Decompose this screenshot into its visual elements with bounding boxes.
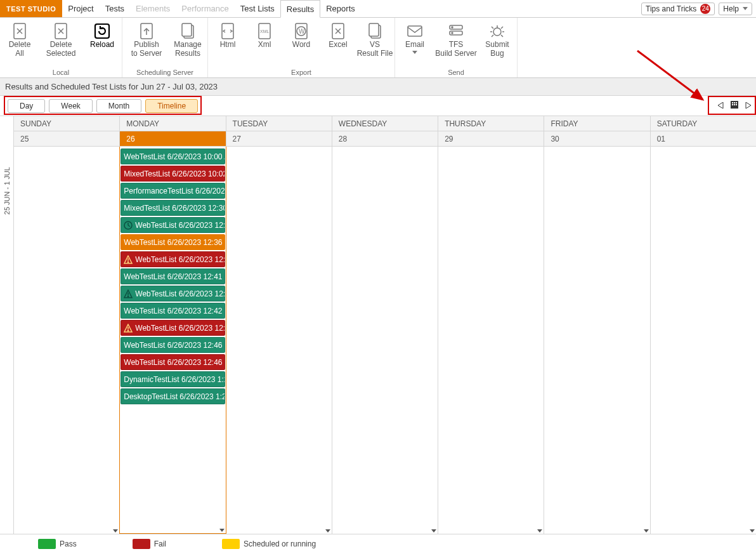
nav-prev-button[interactable] <box>718 102 724 110</box>
chevron-down-icon <box>743 7 748 10</box>
results-subheader: Results and Scheduled Test Lists for Jun… <box>0 78 756 96</box>
day-num-30[interactable]: 30 <box>544 131 649 147</box>
ribbon-btn-word[interactable]: WWord <box>283 20 320 51</box>
svg-marker-35 <box>718 102 723 109</box>
ribbon-btn-delete-all[interactable]: DeleteAll <box>1 20 38 60</box>
chevron-down-icon[interactable] <box>325 529 330 533</box>
tips-button[interactable]: Tips and Tricks 24 <box>641 3 715 15</box>
view-mode-day[interactable]: Day <box>8 99 45 113</box>
calendar-event[interactable]: WebTestList 6/26/2023 12:42 PM <box>121 286 225 301</box>
chevron-down-icon[interactable] <box>644 529 649 533</box>
menu-tab-reports[interactable]: Reports <box>320 0 361 17</box>
ribbon-btn-submit-bug[interactable]: SubmitBug <box>479 20 516 60</box>
nav-calendar-button[interactable] <box>731 101 738 110</box>
calendar-event[interactable]: WebTestList 6/26/2023 12:41 PM <box>121 268 225 284</box>
mail-icon <box>396 22 433 41</box>
menu-tab-project[interactable]: Project <box>62 0 99 17</box>
ribbon-group-scheduling-server: Publishto ServerManageResultsScheduling … <box>122 18 208 77</box>
calendar-event[interactable]: WebTestList 6/26/2023 12:46 PM <box>121 337 225 353</box>
day-header-sunday: SUNDAY <box>14 116 119 131</box>
help-button[interactable]: Help <box>719 3 752 15</box>
ribbon-btn-tfs-build-server[interactable]: TFSBuild Server <box>433 20 479 60</box>
ribbon-btn-email[interactable]: Email <box>396 20 433 55</box>
svg-rect-42 <box>736 104 737 105</box>
warn-icon <box>124 255 133 264</box>
day-cell-27[interactable] <box>226 147 332 534</box>
reload-icon <box>84 22 121 41</box>
nav-next-button[interactable] <box>745 102 751 110</box>
menu-tab-test-lists[interactable]: Test Lists <box>235 0 280 17</box>
day-num-27[interactable]: 27 <box>226 131 332 147</box>
legend-fail-swatch <box>133 539 150 549</box>
view-mode-week[interactable]: Week <box>49 99 92 113</box>
results-subheader-text: Results and Scheduled Test Lists for Jun… <box>5 82 218 91</box>
legend-sched-swatch <box>222 539 240 549</box>
day-num-25[interactable]: 25 <box>14 131 119 147</box>
chevron-down-icon[interactable] <box>113 529 118 533</box>
chevron-down-icon[interactable] <box>750 529 755 533</box>
ribbon-group-local: DeleteAllDeleteSelectedReloadLocal <box>0 18 122 77</box>
legend-pass-swatch <box>38 539 56 549</box>
svg-point-25 <box>452 27 453 28</box>
x-file-icon <box>1 22 38 41</box>
calendar-event[interactable]: MixedTestList 6/26/2023 10:02 AM <box>121 166 225 182</box>
calendar-event[interactable]: PerformanceTestList 6/26/2023 10:05 AM <box>121 183 225 199</box>
ribbon-btn-reload[interactable]: Reload <box>84 20 121 51</box>
svg-point-51 <box>128 261 129 262</box>
day-num-29[interactable]: 29 <box>438 131 544 147</box>
calendar-event[interactable]: WebTestList 6/26/2023 12:33 PM <box>121 217 225 233</box>
calendar-event[interactable]: DesktopTestList 6/26/2023 1:24 PM <box>121 388 225 404</box>
ribbon-btn-vs-result-file[interactable]: VSResult File <box>356 20 393 60</box>
calendar-event[interactable]: WebTestList 6/26/2023 12:46 PM <box>121 354 225 370</box>
day-header-friday: FRIDAY <box>544 116 649 131</box>
menu-tab-performance: Performance <box>176 0 234 17</box>
day-num-28[interactable]: 28 <box>332 131 438 147</box>
warn-icon <box>124 289 133 298</box>
day-cell-01[interactable] <box>650 147 756 534</box>
xml-file-icon: XML <box>246 22 283 41</box>
chevron-down-icon[interactable] <box>219 529 225 532</box>
day-cell-28[interactable] <box>332 147 438 534</box>
day-header-thursday: THURSDAY <box>438 116 544 131</box>
day-num-01[interactable]: 01 <box>650 131 756 147</box>
calendar-event[interactable]: DynamicTestList 6/26/2023 1:23 PM <box>121 371 225 387</box>
svg-text:XML: XML <box>260 29 270 34</box>
day-cell-26[interactable]: WebTestList 6/26/2023 10:00 AMMixedTestL… <box>119 147 226 534</box>
day-header-saturday: SATURDAY <box>650 116 756 131</box>
ribbon-group-send: EmailTFSBuild ServerSubmitBugSend <box>395 18 518 77</box>
vs-file-icon <box>356 22 393 41</box>
day-cell-29[interactable] <box>438 147 544 534</box>
calendar-event[interactable]: WebTestList 6/26/2023 12:44 PM <box>121 320 225 336</box>
calendar-event[interactable]: WebTestList 6/26/2023 10:00 AM <box>121 149 225 164</box>
svg-line-32 <box>501 27 503 29</box>
svg-rect-22 <box>408 26 422 36</box>
menu-tab-results[interactable]: Results <box>280 0 320 18</box>
ribbon-btn-publish-to-server[interactable]: Publishto Server <box>124 20 169 60</box>
day-cell-25[interactable] <box>14 147 119 534</box>
ribbon-btn-html[interactable]: Html <box>209 20 246 51</box>
day-cell-30[interactable] <box>544 147 649 534</box>
timeline-bar: DayWeekMonthTimeline <box>0 96 756 116</box>
bug-icon <box>479 22 516 41</box>
view-mode-timeline[interactable]: Timeline <box>145 99 198 113</box>
calendar-event[interactable]: WebTestList 6/26/2023 12:38 PM <box>121 251 225 267</box>
ribbon-btn-xml[interactable]: XMLXml <box>246 20 283 51</box>
view-mode-month[interactable]: Month <box>96 99 141 113</box>
svg-point-27 <box>493 28 501 36</box>
calendar-event[interactable]: WebTestList 6/26/2023 12:36 PM <box>121 234 225 250</box>
svg-line-34 <box>501 35 503 37</box>
svg-marker-43 <box>746 102 751 109</box>
menu-tab-tests[interactable]: Tests <box>100 0 130 17</box>
ribbon-btn-manage-results[interactable]: ManageResults <box>169 20 206 60</box>
ribbon-btn-excel[interactable]: Excel <box>320 20 356 51</box>
calendar-event[interactable]: WebTestList 6/26/2023 12:42 PM <box>121 303 225 319</box>
chevron-down-icon[interactable] <box>537 529 542 533</box>
calendar-event[interactable]: MixedTestList 6/26/2023 12:30 PM <box>121 200 225 216</box>
svg-line-33 <box>492 35 493 37</box>
chevron-down-icon[interactable] <box>431 529 436 533</box>
warn-icon <box>124 324 133 333</box>
ribbon-btn-delete-selected[interactable]: DeleteSelected <box>38 20 84 60</box>
legend-pass-label: Pass <box>60 539 77 548</box>
day-num-26[interactable]: 26 <box>119 131 225 147</box>
ribbon-group-export: HtmlXMLXmlWWordExcelVSResult FileExport <box>208 18 395 77</box>
